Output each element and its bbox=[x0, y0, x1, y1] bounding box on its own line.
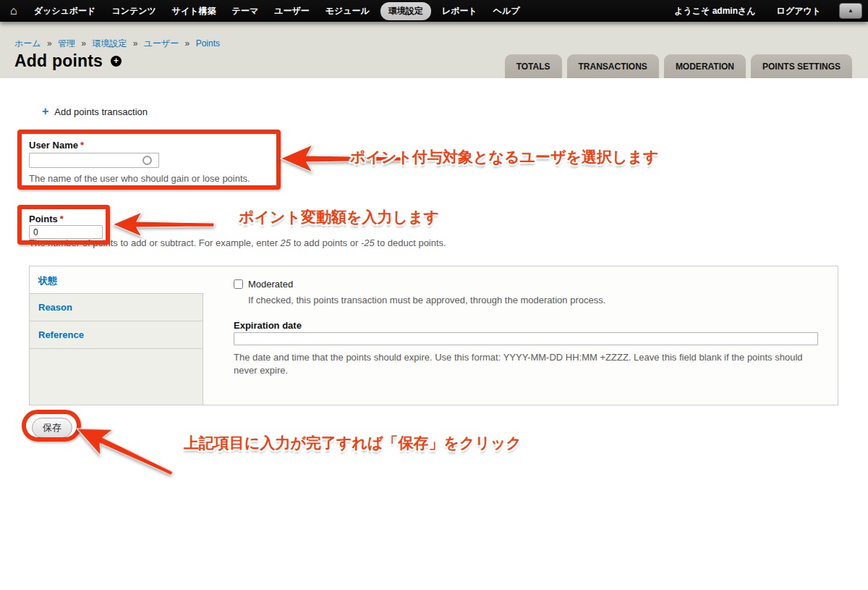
expiration-date-label: Expiration date bbox=[234, 320, 302, 331]
moderated-checkbox[interactable] bbox=[234, 279, 243, 289]
toolbar-toggle-button[interactable]: ▲ bbox=[839, 3, 862, 19]
vertical-tab-reason[interactable]: Reason bbox=[30, 294, 203, 321]
save-button[interactable]: 保存 bbox=[32, 418, 72, 438]
expiration-date-description: The date and time that the points should… bbox=[234, 351, 822, 376]
breadcrumb-link-config[interactable]: 環境設定 bbox=[92, 38, 127, 49]
logout-link[interactable]: ログアウト bbox=[769, 0, 829, 22]
user-name-label-text: User Name bbox=[29, 140, 78, 151]
annotation-arrow-user-name bbox=[279, 143, 407, 174]
toolbar-item-dashboard[interactable]: ダッシュボード bbox=[26, 0, 104, 22]
required-marker: * bbox=[60, 214, 64, 224]
points-description: The number of points to add or subtract.… bbox=[29, 237, 446, 248]
user-name-description: The name of the user who should gain or … bbox=[29, 173, 250, 184]
user-name-label: User Name* bbox=[29, 140, 84, 151]
page-header: ホーム » 管理 » 環境設定 » ユーザー » Points Add poin… bbox=[0, 22, 868, 78]
breadcrumb-separator: » bbox=[133, 38, 138, 49]
primary-tabs: TOTALS TRANSACTIONS MODERATION POINTS SE… bbox=[505, 54, 852, 78]
annotation-arrow-points bbox=[111, 211, 216, 238]
annotation-points-note: ポイント変動額を入力します bbox=[239, 207, 439, 227]
toolbar-item-appearance[interactable]: テーマ bbox=[224, 0, 267, 22]
points-desc-part: The number of points to add or subtract.… bbox=[29, 237, 281, 248]
page-title: Add points bbox=[14, 51, 103, 71]
toolbar-item-help[interactable]: ヘルプ bbox=[485, 0, 528, 22]
breadcrumb-separator: » bbox=[81, 38, 86, 49]
breadcrumb-separator: » bbox=[185, 38, 190, 49]
points-label-text: Points bbox=[29, 214, 58, 224]
annotation-arrow-save bbox=[69, 413, 181, 488]
breadcrumb-link-points[interactable]: Points bbox=[196, 38, 220, 49]
welcome-text: ようこそ adminさん bbox=[674, 5, 755, 17]
points-desc-example: -25 bbox=[361, 237, 375, 248]
home-icon[interactable]: ⌂ bbox=[0, 0, 26, 22]
toolbar-item-reports[interactable]: レポート bbox=[434, 0, 485, 22]
add-points-transaction-link[interactable]: + Add points transaction bbox=[42, 106, 148, 117]
breadcrumb-link-admin[interactable]: 管理 bbox=[58, 38, 75, 49]
add-shortcut-icon[interactable]: + bbox=[111, 56, 122, 67]
triangle-up-icon: ▲ bbox=[848, 8, 854, 14]
vertical-tab-reference[interactable]: Reference bbox=[30, 321, 203, 349]
required-marker: * bbox=[80, 140, 84, 151]
toolbar-item-people[interactable]: ユーザー bbox=[266, 0, 318, 22]
tab-moderation[interactable]: MODERATION bbox=[664, 54, 746, 78]
toolbar-item-content[interactable]: コンテンツ bbox=[103, 0, 163, 22]
points-label: Points* bbox=[29, 214, 64, 224]
vertical-tab-status[interactable]: 状態 bbox=[30, 266, 204, 294]
annotation-save-note: 上記項目に入力が完了すれば「保存」をクリック bbox=[184, 433, 522, 453]
breadcrumb: ホーム » 管理 » 環境設定 » ユーザー » Points bbox=[14, 38, 220, 50]
tab-transactions[interactable]: TRANSACTIONS bbox=[567, 54, 659, 78]
moderated-label[interactable]: Moderated bbox=[248, 279, 293, 290]
vertical-tabs-list: 状態 Reason Reference bbox=[30, 266, 203, 405]
toolbar-item-modules[interactable]: モジュール bbox=[318, 0, 378, 22]
tab-totals[interactable]: TOTALS bbox=[505, 54, 562, 78]
toolbar-item-configuration-active[interactable]: 環境設定 bbox=[380, 2, 431, 20]
points-desc-part: to deduct points. bbox=[375, 237, 446, 248]
breadcrumb-separator: » bbox=[47, 38, 52, 49]
admin-toolbar: ⌂ ダッシュボード コンテンツ サイト構築 テーマ ユーザー モジュール 環境設… bbox=[0, 0, 868, 22]
tab-points-settings[interactable]: POINTS SETTINGS bbox=[751, 54, 852, 78]
autocomplete-throbber-icon bbox=[142, 156, 152, 165]
action-link-label: Add points transaction bbox=[54, 106, 148, 117]
breadcrumb-link-home[interactable]: ホーム bbox=[14, 38, 41, 49]
user-name-input[interactable] bbox=[29, 153, 159, 168]
annotation-user-note: ポイント付与対象となるユーザを選択します bbox=[350, 147, 658, 167]
expiration-date-input[interactable] bbox=[234, 332, 818, 345]
points-desc-part: to add points or bbox=[291, 237, 361, 248]
additional-settings-fieldset: 状態 Reason Reference Moderated If checked… bbox=[29, 266, 838, 405]
points-desc-example: 25 bbox=[281, 237, 291, 248]
breadcrumb-link-people[interactable]: ユーザー bbox=[144, 38, 179, 49]
moderated-description: If checked, this points transaction must… bbox=[248, 295, 605, 305]
toolbar-item-structure[interactable]: サイト構築 bbox=[164, 0, 224, 22]
plus-icon: + bbox=[42, 106, 48, 117]
